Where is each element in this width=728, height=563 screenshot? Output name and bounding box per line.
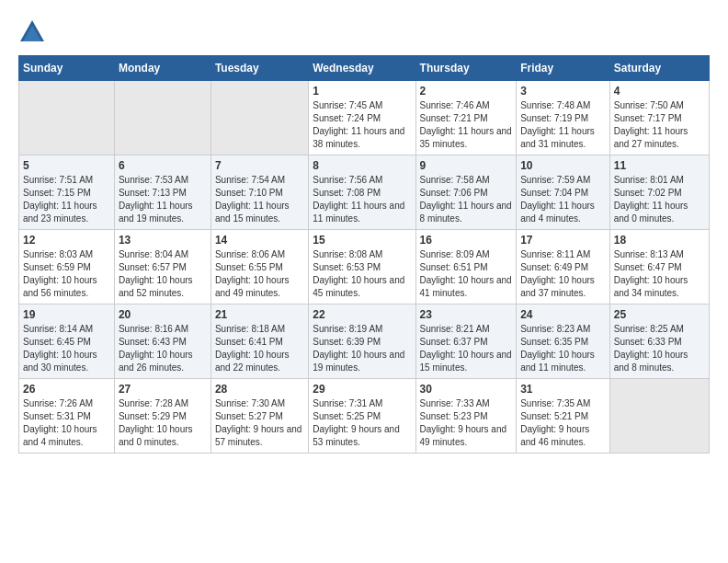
calendar-cell: 25 Sunrise: 8:25 AM Sunset: 6:33 PM Dayl… <box>609 304 709 379</box>
day-info: Sunrise: 7:26 AM Sunset: 5:31 PM Dayligh… <box>23 397 110 449</box>
calendar-cell: 4 Sunrise: 7:50 AM Sunset: 7:17 PM Dayli… <box>609 81 709 155</box>
day-number: 20 <box>119 308 207 321</box>
calendar-cell: 15 Sunrise: 8:08 AM Sunset: 6:53 PM Dayl… <box>309 230 415 304</box>
calendar-cell <box>19 81 115 155</box>
day-info: Sunrise: 7:28 AM Sunset: 5:29 PM Dayligh… <box>119 397 207 449</box>
day-info: Sunrise: 8:18 AM Sunset: 6:41 PM Dayligh… <box>215 323 304 374</box>
weekday-header-tuesday: Tuesday <box>210 56 308 81</box>
day-number: 26 <box>23 383 110 396</box>
calendar-cell: 13 Sunrise: 8:04 AM Sunset: 6:57 PM Dayl… <box>114 230 210 304</box>
day-info: Sunrise: 8:25 AM Sunset: 6:33 PM Dayligh… <box>614 323 705 374</box>
day-number: 11 <box>614 159 705 172</box>
day-number: 23 <box>420 308 513 321</box>
calendar-cell: 22 Sunrise: 8:19 AM Sunset: 6:39 PM Dayl… <box>309 304 415 379</box>
day-number: 21 <box>215 308 304 321</box>
calendar-cell <box>210 81 308 155</box>
calendar-cell: 18 Sunrise: 8:13 AM Sunset: 6:47 PM Dayl… <box>609 230 709 304</box>
day-info: Sunrise: 7:59 AM Sunset: 7:04 PM Dayligh… <box>520 174 606 225</box>
day-info: Sunrise: 8:06 AM Sunset: 6:55 PM Dayligh… <box>215 248 304 300</box>
day-number: 3 <box>520 85 606 98</box>
weekday-header-friday: Friday <box>517 56 610 81</box>
day-number: 6 <box>119 159 207 172</box>
day-info: Sunrise: 7:51 AM Sunset: 7:15 PM Dayligh… <box>23 174 110 225</box>
calendar-cell <box>609 379 709 454</box>
day-number: 9 <box>420 159 513 172</box>
header <box>18 18 710 46</box>
calendar-cell: 16 Sunrise: 8:09 AM Sunset: 6:51 PM Dayl… <box>415 230 517 304</box>
calendar-week-row: 19 Sunrise: 8:14 AM Sunset: 6:45 PM Dayl… <box>19 304 710 379</box>
day-info: Sunrise: 7:58 AM Sunset: 7:06 PM Dayligh… <box>420 174 513 225</box>
weekday-header-saturday: Saturday <box>609 56 709 81</box>
day-info: Sunrise: 7:31 AM Sunset: 5:25 PM Dayligh… <box>313 397 411 449</box>
day-info: Sunrise: 8:16 AM Sunset: 6:43 PM Dayligh… <box>119 323 207 374</box>
weekday-header-monday: Monday <box>114 56 210 81</box>
day-number: 24 <box>520 308 606 321</box>
calendar-cell: 31 Sunrise: 7:35 AM Sunset: 5:21 PM Dayl… <box>517 379 610 454</box>
day-number: 29 <box>313 383 411 396</box>
day-number: 10 <box>520 159 606 172</box>
day-number: 31 <box>520 383 606 396</box>
day-info: Sunrise: 7:33 AM Sunset: 5:23 PM Dayligh… <box>420 397 513 449</box>
calendar-week-row: 12 Sunrise: 8:03 AM Sunset: 6:59 PM Dayl… <box>19 230 710 304</box>
day-number: 5 <box>23 159 110 172</box>
day-number: 2 <box>420 85 513 98</box>
logo-icon <box>18 18 46 46</box>
calendar-cell: 14 Sunrise: 8:06 AM Sunset: 6:55 PM Dayl… <box>210 230 308 304</box>
day-info: Sunrise: 8:11 AM Sunset: 6:49 PM Dayligh… <box>520 248 606 300</box>
day-info: Sunrise: 8:19 AM Sunset: 6:39 PM Dayligh… <box>313 323 411 374</box>
calendar-cell: 10 Sunrise: 7:59 AM Sunset: 7:04 PM Dayl… <box>517 155 610 230</box>
calendar-cell: 8 Sunrise: 7:56 AM Sunset: 7:08 PM Dayli… <box>309 155 415 230</box>
weekday-header-wednesday: Wednesday <box>309 56 415 81</box>
day-info: Sunrise: 7:48 AM Sunset: 7:19 PM Dayligh… <box>520 99 606 151</box>
day-number: 27 <box>119 383 207 396</box>
day-number: 14 <box>215 234 304 247</box>
day-info: Sunrise: 8:01 AM Sunset: 7:02 PM Dayligh… <box>614 174 705 225</box>
calendar-cell: 12 Sunrise: 8:03 AM Sunset: 6:59 PM Dayl… <box>19 230 115 304</box>
day-number: 22 <box>313 308 411 321</box>
day-info: Sunrise: 7:56 AM Sunset: 7:08 PM Dayligh… <box>313 174 411 225</box>
calendar-cell: 23 Sunrise: 8:21 AM Sunset: 6:37 PM Dayl… <box>415 304 517 379</box>
day-number: 15 <box>313 234 411 247</box>
calendar-cell: 9 Sunrise: 7:58 AM Sunset: 7:06 PM Dayli… <box>415 155 517 230</box>
day-info: Sunrise: 8:09 AM Sunset: 6:51 PM Dayligh… <box>420 248 513 300</box>
day-number: 19 <box>23 308 110 321</box>
weekday-header-sunday: Sunday <box>19 56 115 81</box>
day-number: 28 <box>215 383 304 396</box>
day-number: 12 <box>23 234 110 247</box>
day-info: Sunrise: 7:46 AM Sunset: 7:21 PM Dayligh… <box>420 99 513 151</box>
calendar-cell: 20 Sunrise: 8:16 AM Sunset: 6:43 PM Dayl… <box>114 304 210 379</box>
day-info: Sunrise: 8:13 AM Sunset: 6:47 PM Dayligh… <box>614 248 705 300</box>
day-number: 13 <box>119 234 207 247</box>
day-info: Sunrise: 8:21 AM Sunset: 6:37 PM Dayligh… <box>420 323 513 374</box>
day-info: Sunrise: 8:14 AM Sunset: 6:45 PM Dayligh… <box>23 323 110 374</box>
calendar-cell: 3 Sunrise: 7:48 AM Sunset: 7:19 PM Dayli… <box>517 81 610 155</box>
calendar-cell <box>114 81 210 155</box>
calendar-cell: 27 Sunrise: 7:28 AM Sunset: 5:29 PM Dayl… <box>114 379 210 454</box>
calendar-cell: 5 Sunrise: 7:51 AM Sunset: 7:15 PM Dayli… <box>19 155 115 230</box>
calendar-week-row: 1 Sunrise: 7:45 AM Sunset: 7:24 PM Dayli… <box>19 81 710 155</box>
day-number: 1 <box>313 85 411 98</box>
calendar-cell: 28 Sunrise: 7:30 AM Sunset: 5:27 PM Dayl… <box>210 379 308 454</box>
day-info: Sunrise: 7:53 AM Sunset: 7:13 PM Dayligh… <box>119 174 207 225</box>
day-info: Sunrise: 7:30 AM Sunset: 5:27 PM Dayligh… <box>215 397 304 449</box>
day-info: Sunrise: 7:35 AM Sunset: 5:21 PM Dayligh… <box>520 397 606 449</box>
calendar-cell: 6 Sunrise: 7:53 AM Sunset: 7:13 PM Dayli… <box>114 155 210 230</box>
day-number: 25 <box>614 308 705 321</box>
calendar-week-row: 5 Sunrise: 7:51 AM Sunset: 7:15 PM Dayli… <box>19 155 710 230</box>
day-number: 8 <box>313 159 411 172</box>
day-info: Sunrise: 7:45 AM Sunset: 7:24 PM Dayligh… <box>313 99 411 151</box>
calendar-cell: 1 Sunrise: 7:45 AM Sunset: 7:24 PM Dayli… <box>309 81 415 155</box>
calendar-cell: 11 Sunrise: 8:01 AM Sunset: 7:02 PM Dayl… <box>609 155 709 230</box>
logo <box>18 18 50 46</box>
day-number: 16 <box>420 234 513 247</box>
day-info: Sunrise: 8:03 AM Sunset: 6:59 PM Dayligh… <box>23 248 110 300</box>
calendar-cell: 21 Sunrise: 8:18 AM Sunset: 6:41 PM Dayl… <box>210 304 308 379</box>
day-number: 7 <box>215 159 304 172</box>
day-info: Sunrise: 8:08 AM Sunset: 6:53 PM Dayligh… <box>313 248 411 300</box>
calendar-cell: 26 Sunrise: 7:26 AM Sunset: 5:31 PM Dayl… <box>19 379 115 454</box>
calendar-table: SundayMondayTuesdayWednesdayThursdayFrid… <box>18 55 710 454</box>
weekday-header-row: SundayMondayTuesdayWednesdayThursdayFrid… <box>19 56 710 81</box>
day-number: 17 <box>520 234 606 247</box>
day-info: Sunrise: 7:54 AM Sunset: 7:10 PM Dayligh… <box>215 174 304 225</box>
calendar-cell: 19 Sunrise: 8:14 AM Sunset: 6:45 PM Dayl… <box>19 304 115 379</box>
